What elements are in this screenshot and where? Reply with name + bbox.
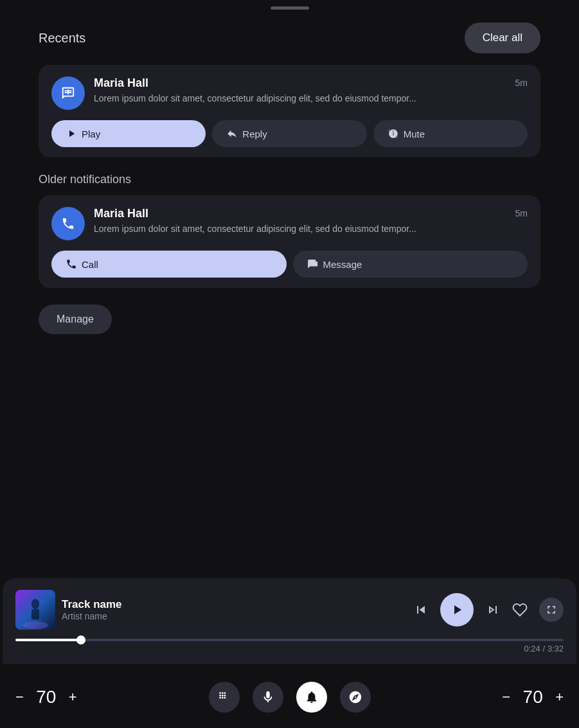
- drag-handle: [271, 6, 309, 10]
- notification-button[interactable]: [296, 682, 327, 713]
- avatar-message: [51, 76, 85, 110]
- play-pause-button[interactable]: [440, 593, 474, 626]
- call-label: Call: [82, 259, 98, 270]
- notif-actions-recent: Play Reply Mute: [51, 120, 528, 147]
- next-button[interactable]: [485, 602, 501, 617]
- mute-button[interactable]: Mute: [373, 120, 528, 147]
- progress-track: [15, 639, 564, 641]
- volume-right-decrease[interactable]: −: [502, 689, 510, 706]
- svg-point-12: [224, 697, 226, 699]
- progress-time: 0:24 / 3:32: [15, 644, 564, 653]
- notif-content-older: Maria Hall Lorem ipsum dolor sit amet, c…: [94, 207, 506, 236]
- previous-button[interactable]: [413, 602, 429, 617]
- recent-notification-card: Maria Hall Lorem ipsum dolor sit amet, c…: [39, 65, 540, 157]
- notif-top-older: Maria Hall Lorem ipsum dolor sit amet, c…: [51, 207, 528, 240]
- volume-left-control: − 70 +: [15, 687, 77, 707]
- play-label: Play: [82, 129, 100, 139]
- svg-rect-2: [31, 609, 39, 619]
- notif-top-row: Maria Hall Lorem ipsum dolor sit amet, c…: [51, 76, 528, 110]
- manage-button[interactable]: Manage: [39, 305, 112, 334]
- volume-left-increase[interactable]: +: [69, 689, 77, 706]
- svg-point-5: [221, 692, 223, 694]
- bottom-icons: [209, 682, 371, 713]
- older-title: Older notifications: [39, 173, 540, 186]
- older-notifications-section: Older notifications Maria Hall Lorem ips…: [39, 173, 540, 288]
- track-info: Track name Artist name: [62, 598, 407, 621]
- expand-button[interactable]: [539, 598, 564, 622]
- track-name: Track name: [62, 598, 407, 611]
- album-art: [15, 590, 55, 630]
- player-main: Track name Artist name: [15, 590, 564, 630]
- play-button[interactable]: Play: [51, 120, 206, 147]
- svg-point-4: [219, 692, 221, 694]
- reply-button[interactable]: Reply: [212, 120, 366, 147]
- volume-right-control: − 70 +: [502, 687, 564, 707]
- svg-point-3: [22, 621, 48, 629]
- volume-right-value: 70: [517, 687, 549, 707]
- media-player: Track name Artist name: [3, 578, 576, 664]
- svg-point-7: [219, 695, 221, 697]
- svg-point-1: [31, 599, 39, 609]
- notifications-panel: Recents Clear all Maria Hall Lorem ipsum…: [0, 10, 579, 334]
- notif-time-older: 5m: [515, 208, 528, 218]
- svg-point-10: [219, 697, 221, 699]
- svg-point-11: [221, 697, 223, 699]
- call-button[interactable]: Call: [51, 251, 287, 278]
- volume-right-increase[interactable]: +: [555, 689, 564, 706]
- fan-button[interactable]: [340, 682, 371, 713]
- progress-fill: [15, 639, 81, 641]
- message-button[interactable]: Message: [293, 251, 528, 278]
- notif-content-recent: Maria Hall Lorem ipsum dolor sit amet, c…: [94, 76, 506, 105]
- notif-body-recent: Lorem ipsum dolor sit amet, consectetur …: [94, 93, 506, 105]
- volume-left-value: 70: [30, 687, 62, 707]
- recents-title: Recents: [39, 31, 85, 46]
- svg-point-9: [224, 695, 226, 697]
- favorite-button[interactable]: [512, 602, 528, 617]
- player-controls: [413, 593, 564, 626]
- dialpad-button[interactable]: [209, 682, 240, 713]
- artist-name: Artist name: [62, 611, 407, 621]
- notif-name-older: Maria Hall: [94, 207, 506, 220]
- progress-bar[interactable]: 0:24 / 3:32: [15, 639, 564, 653]
- volume-left-decrease[interactable]: −: [15, 689, 24, 706]
- notif-name-recent: Maria Hall: [94, 76, 506, 90]
- clear-all-button[interactable]: Clear all: [465, 22, 540, 53]
- bottom-bar: − 70 + − 70 +: [0, 666, 579, 728]
- svg-point-8: [221, 695, 223, 697]
- mute-label: Mute: [404, 129, 425, 139]
- older-notification-card: Maria Hall Lorem ipsum dolor sit amet, c…: [39, 195, 540, 288]
- notif-time-recent: 5m: [515, 78, 528, 88]
- time-display: 0:24 / 3:32: [524, 644, 564, 653]
- notif-body-older: Lorem ipsum dolor sit amet, consectetur …: [94, 223, 506, 236]
- progress-thumb: [76, 635, 85, 644]
- notif-actions-older: Call Message: [51, 251, 528, 278]
- avatar-phone: [51, 207, 85, 240]
- reply-label: Reply: [242, 129, 267, 139]
- message-label: Message: [323, 259, 362, 270]
- recents-header: Recents Clear all: [39, 22, 540, 53]
- svg-point-6: [224, 692, 226, 694]
- microphone-button[interactable]: [253, 682, 283, 713]
